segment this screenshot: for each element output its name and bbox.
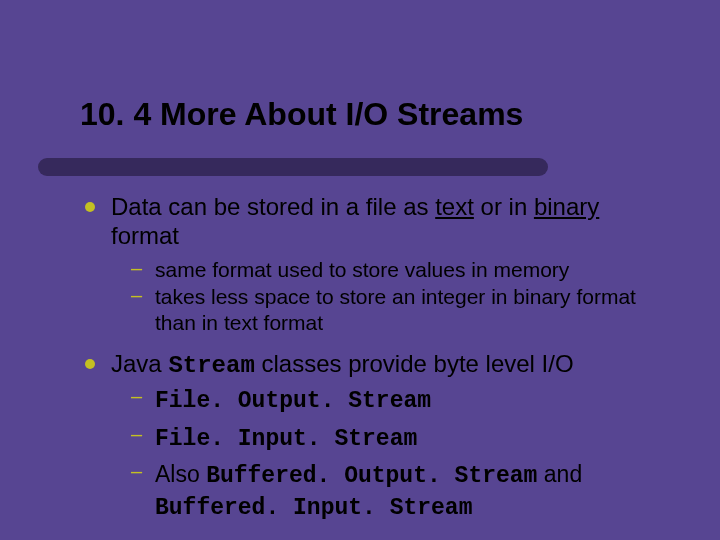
slide-title-block: 10. 4 More About I/O Streams: [80, 95, 640, 133]
sub-item: – File. Output. Stream: [131, 385, 665, 417]
sub-text: File. Output. Stream: [155, 385, 431, 417]
sub-item: – Also Buffered. Output. Stream and Buff…: [131, 460, 665, 524]
sub-text: same format used to store values in memo…: [155, 257, 569, 283]
bullet-item: Java Stream classes provide byte level I…: [85, 349, 665, 380]
sub-item: – File. Input. Stream: [131, 423, 665, 455]
sub-item: – takes less space to store an integer i…: [131, 284, 665, 335]
sub-list: – File. Output. Stream – File. Input. St…: [131, 385, 665, 525]
dash-icon: –: [131, 257, 141, 280]
sub-text: File. Input. Stream: [155, 423, 417, 455]
title-underline-bar: [38, 158, 548, 176]
dash-icon: –: [131, 460, 141, 483]
dash-icon: –: [131, 423, 141, 446]
sub-list: – same format used to store values in me…: [131, 257, 665, 336]
bullet-icon: [85, 202, 95, 212]
sub-item: – same format used to store values in me…: [131, 257, 665, 283]
bullet-text: Data can be stored in a file as text or …: [111, 192, 665, 251]
sub-text: Also Buffered. Output. Stream and Buffer…: [155, 460, 665, 524]
bullet-item: Data can be stored in a file as text or …: [85, 192, 665, 251]
bullet-icon: [85, 359, 95, 369]
slide-content: Data can be stored in a file as text or …: [85, 192, 665, 530]
bullet-text: Java Stream classes provide byte level I…: [111, 349, 574, 380]
slide-title: 10. 4 More About I/O Streams: [80, 95, 640, 133]
dash-icon: –: [131, 385, 141, 408]
dash-icon: –: [131, 284, 141, 307]
sub-text: takes less space to store an integer in …: [155, 284, 665, 335]
